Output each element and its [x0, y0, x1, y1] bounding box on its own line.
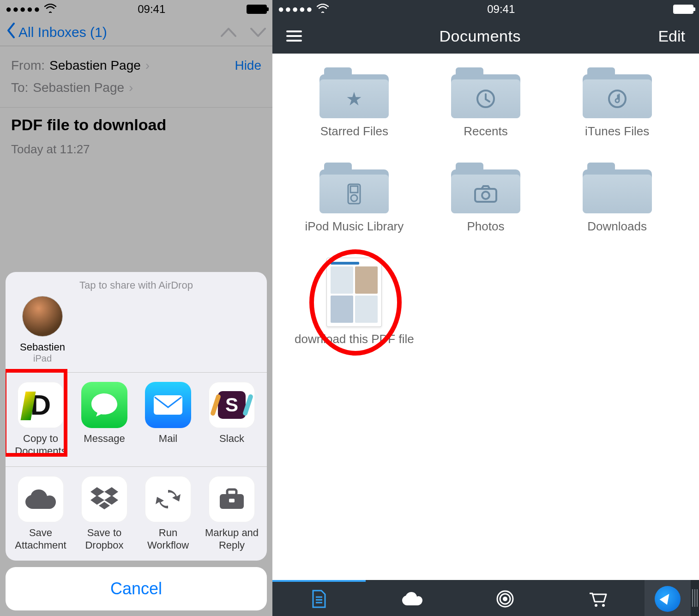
folder-ipod-music-library[interactable]: iPod Music Library — [291, 163, 418, 248]
briefcase-icon — [209, 476, 255, 522]
bottom-tab-bar — [272, 580, 699, 616]
share-app-label: Mail — [140, 433, 196, 445]
folder-icon — [583, 175, 652, 213]
mail-screen: ●●●●● 09:41 All Inboxes (1) Fro — [0, 0, 272, 616]
dropbox-icon — [81, 476, 127, 522]
camera-icon — [451, 175, 520, 213]
folder-label: iPod Music Library — [291, 219, 418, 248]
tab-store[interactable] — [552, 580, 645, 616]
status-bar: ●●●●● 09:41 — [272, 0, 699, 18]
documents-app-icon: D — [18, 382, 64, 428]
share-app-label: Slack — [204, 433, 259, 445]
music-note-icon — [583, 79, 652, 118]
svg-point-15 — [602, 604, 605, 607]
folder-label: Starred Files — [291, 124, 418, 153]
edit-button[interactable]: Edit — [658, 27, 685, 45]
star-icon: ★ — [319, 79, 389, 118]
tab-documents[interactable] — [272, 580, 366, 616]
airdrop-device: iPad — [15, 353, 70, 364]
share-action-run-workflow[interactable]: Run Workflow — [140, 476, 196, 551]
status-time: 09:41 — [487, 3, 515, 16]
docs-nav-bar: Documents Edit — [272, 18, 699, 54]
folder-label: Downloads — [554, 219, 681, 248]
file-label: download this PDF file — [291, 332, 418, 347]
tab-browser[interactable] — [645, 580, 691, 616]
compass-icon — [655, 586, 681, 612]
share-action-markup-and-reply[interactable]: Markup and Reply — [204, 476, 259, 551]
folder-itunes-files[interactable]: iTunes Files — [554, 67, 681, 153]
folder-recents[interactable]: Recents — [422, 67, 549, 153]
pdf-thumbnail — [326, 258, 382, 327]
tab-network[interactable] — [458, 580, 552, 616]
svg-rect-3 — [229, 499, 235, 502]
airdrop-name: Sebastien — [15, 341, 70, 353]
share-action-save-to-dropbox[interactable]: Save to Dropbox — [77, 476, 132, 551]
share-app-copy-to-documents[interactable]: D Copy to Documents — [13, 382, 68, 457]
documents-grid: ★ Starred Files Recents iTunes Files i — [272, 54, 699, 347]
share-app-slack[interactable]: S Slack — [204, 382, 259, 445]
message-app-icon — [81, 382, 127, 428]
airdrop-hint: Tap to share with AirDrop — [6, 272, 267, 296]
page-title: Documents — [439, 27, 520, 45]
wifi-icon — [317, 3, 329, 16]
share-action-label: Save Attachment — [13, 527, 68, 551]
folder-downloads[interactable]: Downloads — [554, 163, 681, 248]
cancel-button[interactable]: Cancel — [6, 567, 267, 610]
airdrop-target[interactable]: Sebastien iPad — [15, 296, 70, 364]
folder-label: iTunes Files — [554, 124, 681, 153]
folder-label: Recents — [422, 124, 549, 153]
slack-app-icon: S — [209, 382, 255, 428]
svg-point-8 — [351, 195, 357, 201]
documents-screen: ●●●●● 09:41 Documents Edit ★ Starred Fil… — [272, 0, 699, 616]
folder-starred-files[interactable]: ★ Starred Files — [291, 67, 418, 153]
share-action-label: Save to Dropbox — [77, 527, 132, 551]
folder-photos[interactable]: Photos — [422, 163, 549, 248]
share-sheet: Tap to share with AirDrop Sebastien iPad… — [6, 272, 267, 610]
sync-icon — [145, 476, 191, 522]
share-app-message[interactable]: Message — [77, 382, 132, 445]
svg-rect-0 — [154, 395, 182, 415]
battery-icon — [673, 5, 693, 14]
share-app-label: Copy to Documents — [13, 433, 68, 457]
file-download-this-pdf[interactable]: download this PDF file — [291, 258, 418, 347]
clock-icon — [451, 79, 520, 118]
menu-button[interactable] — [286, 30, 302, 42]
share-action-label: Run Workflow — [140, 527, 196, 551]
svg-point-11 — [503, 597, 507, 601]
share-app-mail[interactable]: Mail — [140, 382, 196, 445]
share-action-save-attachment[interactable]: Save Attachment — [13, 476, 68, 551]
svg-rect-7 — [350, 186, 358, 193]
mail-app-icon — [145, 382, 191, 428]
svg-rect-2 — [227, 489, 236, 495]
avatar — [22, 296, 63, 337]
signal-dots-icon: ●●●●● — [278, 3, 313, 15]
slide-over-handle[interactable] — [691, 580, 699, 616]
tab-cloud[interactable] — [366, 580, 459, 616]
share-app-label: Message — [77, 433, 132, 445]
svg-point-14 — [595, 604, 597, 607]
share-action-label: Markup and Reply — [204, 527, 259, 551]
folder-label: Photos — [422, 219, 549, 248]
ipod-icon — [319, 175, 389, 213]
cloud-icon — [18, 476, 64, 522]
svg-point-10 — [482, 192, 489, 199]
